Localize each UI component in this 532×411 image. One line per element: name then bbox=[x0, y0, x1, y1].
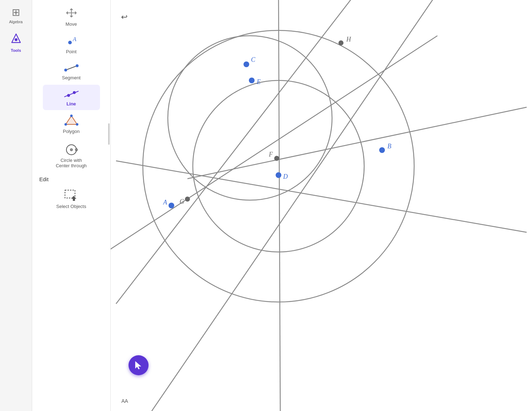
nav-label-tools: Tools bbox=[11, 48, 21, 53]
label-C: C bbox=[251, 56, 256, 63]
svg-line-24 bbox=[116, 161, 527, 232]
label-G: G bbox=[180, 198, 184, 205]
point-A[interactable] bbox=[169, 203, 174, 208]
calculator-icon: ⊞ bbox=[12, 6, 20, 18]
geometry-canvas: H C E B F D G A bbox=[111, 0, 532, 411]
cursor-button[interactable] bbox=[129, 355, 149, 375]
svg-point-13 bbox=[70, 115, 72, 117]
svg-line-6 bbox=[66, 66, 77, 70]
left-navigation: ⊞ Algebra Tools bbox=[0, 0, 32, 411]
polygon-icon bbox=[63, 114, 80, 127]
point-C[interactable] bbox=[244, 61, 249, 67]
tools-panel: Move A Point Segment bbox=[32, 0, 111, 411]
tool-segment[interactable]: Segment bbox=[43, 59, 100, 84]
svg-marker-31 bbox=[135, 361, 141, 369]
canvas-area: ↩ H C E B F bbox=[111, 0, 532, 411]
tool-select-objects-label: Select Objects bbox=[56, 204, 86, 209]
svg-marker-21 bbox=[71, 196, 76, 201]
label-B: B bbox=[387, 143, 391, 150]
svg-point-18 bbox=[71, 149, 72, 150]
label-D: D bbox=[283, 173, 288, 180]
label-H: H bbox=[346, 36, 351, 43]
point-icon: A bbox=[63, 35, 80, 48]
svg-point-1 bbox=[15, 38, 17, 41]
tool-circle-center-through[interactable]: Circle withCenter through bbox=[43, 138, 100, 172]
scroll-indicator bbox=[108, 123, 110, 145]
svg-point-15 bbox=[64, 123, 67, 126]
svg-line-9 bbox=[64, 91, 79, 97]
tool-line-label: Line bbox=[66, 101, 76, 107]
svg-point-30 bbox=[168, 36, 332, 200]
segment-icon bbox=[63, 62, 80, 74]
line-icon bbox=[63, 88, 80, 100]
tool-polygon[interactable]: Polygon bbox=[43, 111, 100, 138]
tools-icon bbox=[10, 33, 22, 47]
tool-segment-label: Segment bbox=[62, 75, 80, 80]
label-A: A bbox=[163, 199, 167, 206]
svg-point-7 bbox=[64, 69, 67, 71]
nav-item-algebra[interactable]: ⊞ Algebra bbox=[2, 4, 30, 27]
cursor-icon bbox=[134, 361, 143, 370]
undo-icon: ↩ bbox=[121, 13, 127, 22]
point-F[interactable] bbox=[274, 156, 279, 161]
tool-polygon-label: Polygon bbox=[63, 129, 80, 134]
label-F: F bbox=[268, 151, 273, 158]
circle-center-through-icon bbox=[63, 142, 80, 156]
tool-select-objects[interactable]: Select Objects bbox=[43, 184, 100, 213]
tool-circle-center-through-label: Circle withCenter through bbox=[56, 158, 87, 168]
svg-point-5 bbox=[68, 41, 72, 44]
point-G[interactable] bbox=[185, 197, 190, 202]
label-E: E bbox=[256, 78, 261, 85]
tool-move-label: Move bbox=[66, 21, 77, 27]
nav-label-algebra: Algebra bbox=[9, 20, 23, 24]
move-icon bbox=[63, 7, 80, 20]
svg-line-27 bbox=[152, 0, 437, 411]
tool-move[interactable]: Move bbox=[43, 4, 100, 30]
svg-line-25 bbox=[278, 0, 280, 411]
svg-point-11 bbox=[73, 91, 76, 94]
select-objects-icon bbox=[63, 188, 80, 202]
point-E[interactable] bbox=[249, 78, 255, 83]
nav-item-tools[interactable]: Tools bbox=[2, 30, 30, 55]
point-D[interactable] bbox=[276, 172, 281, 178]
point-B[interactable] bbox=[379, 147, 385, 153]
svg-line-22 bbox=[116, 0, 359, 304]
svg-point-8 bbox=[76, 64, 79, 67]
point-H[interactable] bbox=[338, 40, 343, 45]
svg-text:A: A bbox=[72, 36, 76, 42]
svg-point-14 bbox=[76, 123, 78, 126]
svg-line-23 bbox=[187, 107, 527, 179]
tool-line[interactable]: Line bbox=[43, 85, 100, 110]
undo-button[interactable]: ↩ bbox=[118, 11, 131, 24]
svg-point-10 bbox=[67, 94, 70, 97]
svg-marker-12 bbox=[66, 116, 77, 124]
font-aa-button[interactable]: AA bbox=[121, 398, 128, 404]
edit-section-header: Edit bbox=[32, 174, 110, 184]
tool-point-label: Point bbox=[66, 49, 77, 54]
tool-point[interactable]: A Point bbox=[43, 31, 100, 58]
